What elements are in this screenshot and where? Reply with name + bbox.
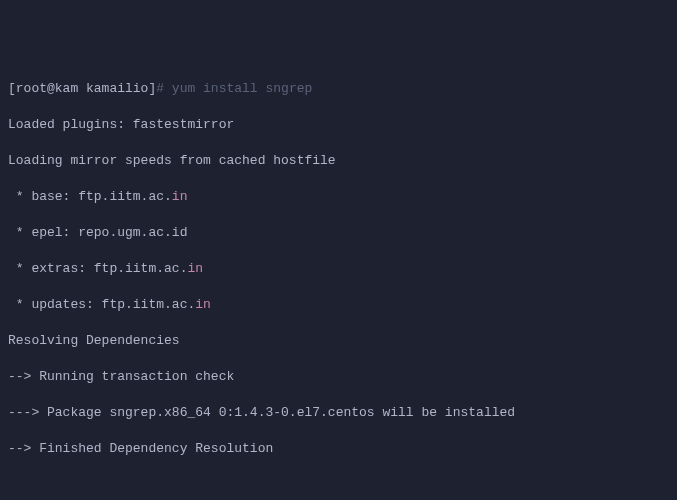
output-loading-mirror: Loading mirror speeds from cached hostfi… [8,152,669,170]
highlight-in: in [187,261,203,276]
prompt-user-host: [root@kam kamailio] [8,81,156,96]
output-package-install: ---> Package sngrep.x86_64 0:1.4.3-0.el7… [8,404,669,422]
output-loaded-plugins: Loaded plugins: fastestmirror [8,116,669,134]
output-running-check: --> Running transaction check [8,368,669,386]
output-mirror-extras: * extras: ftp.iitm.ac.in [8,260,669,278]
blank-line [8,476,669,494]
highlight-in: in [195,297,211,312]
prompt-command: # yum install sngrep [156,81,312,96]
output-mirror-updates: * updates: ftp.iitm.ac.in [8,296,669,314]
output-mirror-epel: * epel: repo.ugm.ac.id [8,224,669,242]
prompt-line: [root@kam kamailio]# yum install sngrep [8,80,669,98]
output-finished: --> Finished Dependency Resolution [8,440,669,458]
highlight-in: in [172,189,188,204]
output-mirror-base: * base: ftp.iitm.ac.in [8,188,669,206]
output-resolving: Resolving Dependencies [8,332,669,350]
